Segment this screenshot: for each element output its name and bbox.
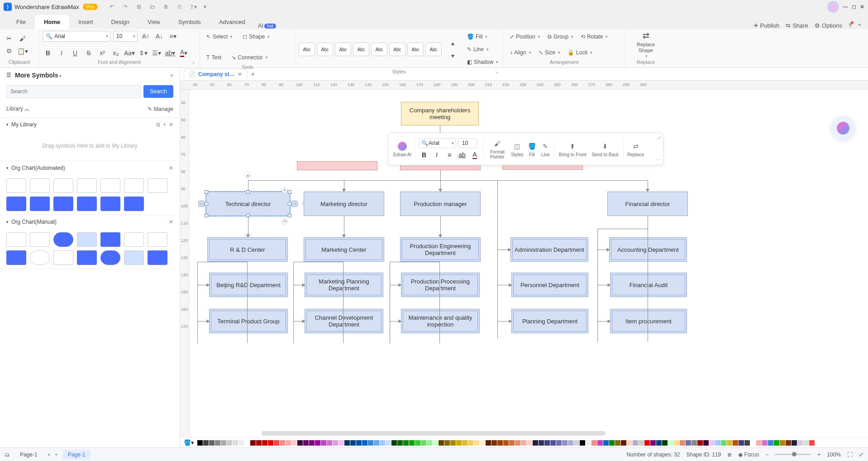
bucket-icon[interactable]: 🪣▾ [184, 439, 194, 446]
style-swatch[interactable]: Abc [335, 43, 351, 56]
color-swatch[interactable] [356, 440, 362, 446]
layers-icon[interactable]: ≣ [727, 451, 732, 458]
color-swatch[interactable] [197, 440, 203, 446]
color-swatch[interactable] [450, 440, 456, 446]
position-button[interactable]: ⤢Position▾ [507, 31, 543, 43]
float-send-back[interactable]: ⬇Send to Back [591, 141, 620, 157]
float-fontcolor[interactable]: A [470, 150, 480, 160]
gallery-up[interactable]: ▴ [447, 38, 458, 48]
color-swatch[interactable] [544, 440, 550, 446]
color-swatch[interactable] [386, 440, 391, 446]
color-swatch[interactable] [774, 440, 779, 446]
color-swatch[interactable] [686, 440, 691, 446]
color-swatch[interactable] [480, 440, 485, 446]
color-swatch[interactable] [709, 440, 715, 446]
color-swatch[interactable] [650, 440, 656, 446]
shape-thumb[interactable] [148, 250, 167, 265]
color-swatch[interactable] [397, 440, 403, 446]
node-admin[interactable]: Administration Department [510, 237, 588, 262]
color-swatch[interactable] [303, 440, 309, 446]
color-swatch[interactable] [262, 440, 267, 446]
copy-button[interactable]: ⧉ [4, 46, 14, 57]
help-button[interactable]: ? [849, 22, 852, 29]
color-swatch[interactable] [703, 440, 709, 446]
italic-button[interactable]: I [56, 48, 67, 58]
node-item-procurement[interactable]: Item procurement [610, 309, 687, 333]
node-rd-center[interactable]: R & D Center [207, 237, 288, 262]
node-marketing-planning[interactable]: Marketing Planning Department [305, 273, 383, 297]
shape-thumb[interactable] [124, 250, 144, 265]
shape-thumb[interactable] [30, 178, 50, 193]
style-swatch[interactable]: Abc [389, 43, 405, 56]
float-expand[interactable]: ⤢ [657, 135, 661, 141]
color-swatch[interactable] [250, 440, 256, 446]
color-swatch[interactable] [280, 440, 285, 446]
connect-left[interactable]: ◇ [198, 201, 205, 207]
connect-right[interactable]: ◇ [291, 201, 298, 207]
tab-file[interactable]: File [7, 15, 35, 29]
qat-more[interactable]: ▾ [202, 2, 208, 12]
share-button[interactable]: ⇆Share [786, 22, 808, 29]
ai-menu[interactable]: AIhot [258, 22, 276, 29]
color-swatch[interactable] [644, 440, 650, 446]
shape-thumb[interactable] [53, 250, 73, 265]
tab-design[interactable]: Design [102, 15, 138, 29]
float-line[interactable]: ✎Line [540, 141, 550, 157]
highlight-button[interactable]: ab▾ [165, 48, 176, 58]
color-swatch[interactable] [521, 440, 526, 446]
shape-thumb[interactable] [30, 232, 50, 247]
canvas[interactable]: Edraw AI 🔍Arial▾ 10 B I ≡ ab A [189, 90, 868, 437]
color-swatch[interactable] [380, 440, 385, 446]
group-button[interactable]: ⧉Group▾ [545, 31, 576, 43]
shape-thumb[interactable] [77, 250, 97, 265]
new-button[interactable]: ⊞ [134, 2, 144, 12]
color-swatch[interactable] [656, 440, 662, 446]
manage-library-button[interactable]: ✎Manage [148, 106, 173, 112]
increase-font-button[interactable]: A↑ [140, 31, 151, 42]
node-marketing-director[interactable]: Marketing director [304, 192, 384, 216]
add-icon[interactable]: + [163, 121, 166, 128]
color-swatch[interactable] [533, 440, 538, 446]
close-section-icon[interactable]: ✕ [169, 219, 173, 225]
color-swatch[interactable] [268, 440, 273, 446]
shape-thumb[interactable] [6, 250, 26, 265]
section-org-manual[interactable]: ▾Org Chart(Manual) ✕ [0, 215, 180, 229]
node-maintenance-quality[interactable]: Maintenance and quality inspection [401, 309, 480, 333]
color-swatch[interactable] [597, 440, 603, 446]
node-production-manager[interactable]: Production manager [400, 192, 481, 216]
color-swatch[interactable] [797, 440, 803, 446]
color-swatch[interactable] [456, 440, 462, 446]
color-swatch[interactable] [744, 440, 750, 446]
shape-thumb[interactable] [100, 197, 120, 211]
fullscreen-button[interactable]: ⤢ [859, 451, 863, 458]
shape-thumb[interactable] [100, 250, 120, 265]
float-align[interactable]: ≡ [444, 150, 454, 160]
color-swatch[interactable] [491, 440, 497, 446]
style-swatch[interactable]: Abc [407, 43, 424, 56]
shape-thumb[interactable] [124, 197, 144, 211]
color-swatch[interactable] [362, 440, 367, 446]
color-swatch[interactable] [274, 440, 279, 446]
color-swatch[interactable] [209, 440, 215, 446]
superscript-button[interactable]: x² [97, 48, 108, 58]
color-swatch[interactable] [768, 440, 773, 446]
tab-advanced[interactable]: Advanced [210, 15, 254, 29]
color-swatch[interactable] [344, 440, 350, 446]
shape-thumb[interactable] [30, 197, 50, 211]
shape-thumb[interactable] [100, 178, 120, 193]
color-swatch[interactable] [427, 440, 432, 446]
node-hidden[interactable] [297, 161, 377, 170]
underline-button[interactable]: U [70, 48, 81, 58]
color-swatch[interactable] [692, 440, 697, 446]
style-swatch[interactable]: Abc [371, 43, 387, 56]
color-swatch[interactable] [462, 440, 467, 446]
color-swatch[interactable] [792, 440, 797, 446]
font-size-combo[interactable]: 10▾ [113, 31, 138, 42]
color-swatch[interactable] [233, 440, 238, 446]
color-swatch[interactable] [780, 440, 785, 446]
node-terminal-group[interactable]: Terminal Product Group [209, 309, 288, 333]
float-replace[interactable]: ⇄Replace [627, 141, 644, 157]
bold-button[interactable]: B [43, 48, 53, 58]
shape-thumb[interactable] [77, 197, 97, 211]
color-swatch[interactable] [215, 440, 220, 446]
